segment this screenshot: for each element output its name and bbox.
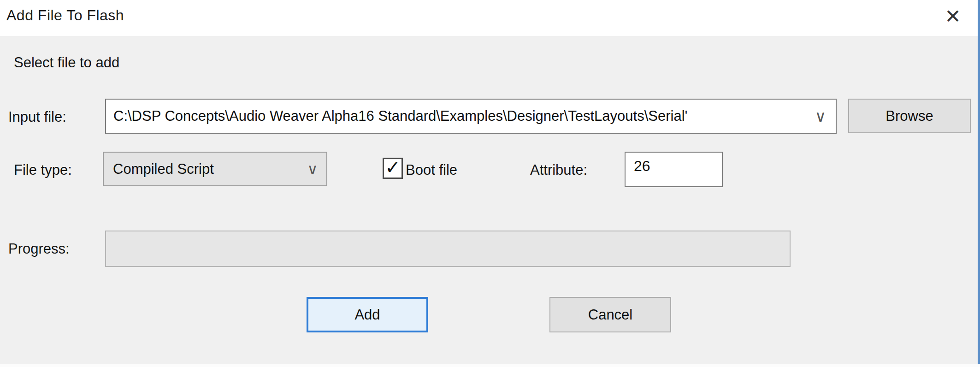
file-type-label: File type: <box>14 162 72 178</box>
attribute-label: Attribute: <box>530 162 587 178</box>
input-file-path-input[interactable] <box>106 100 805 133</box>
add-button-label: Add <box>354 307 380 323</box>
checkmark-icon: ✓ <box>385 158 401 177</box>
chevron-down-icon[interactable]: ∨ <box>805 107 836 125</box>
close-icon: ✕ <box>945 7 961 26</box>
close-button[interactable]: ✕ <box>932 0 974 33</box>
input-file-label: Input file: <box>8 109 66 125</box>
attribute-field[interactable] <box>625 152 723 187</box>
window-right-border <box>978 0 980 364</box>
boot-file-label: Boot file <box>406 162 457 178</box>
cancel-button-label: Cancel <box>588 307 633 323</box>
browse-button-label: Browse <box>886 108 933 124</box>
input-file-combobox[interactable]: ∨ <box>105 99 837 134</box>
cancel-button[interactable]: Cancel <box>549 297 671 332</box>
attribute-input[interactable] <box>626 153 722 186</box>
dialog-title: Add File To Flash <box>6 7 124 24</box>
boot-file-checkbox[interactable]: ✓ <box>383 158 403 179</box>
select-file-heading: Select file to add <box>14 54 119 71</box>
progress-label: Progress: <box>8 241 70 257</box>
browse-button[interactable]: Browse <box>848 99 971 133</box>
add-button[interactable]: Add <box>307 297 428 332</box>
add-file-to-flash-dialog: Add File To Flash ✕ Select file to add I… <box>0 0 980 364</box>
file-type-select[interactable]: Compiled Script ∨ <box>103 152 327 186</box>
chevron-down-icon: ∨ <box>299 160 326 178</box>
file-type-selected-value: Compiled Script <box>104 161 299 178</box>
titlebar: Add File To Flash ✕ <box>0 0 978 36</box>
progress-bar <box>105 231 791 267</box>
